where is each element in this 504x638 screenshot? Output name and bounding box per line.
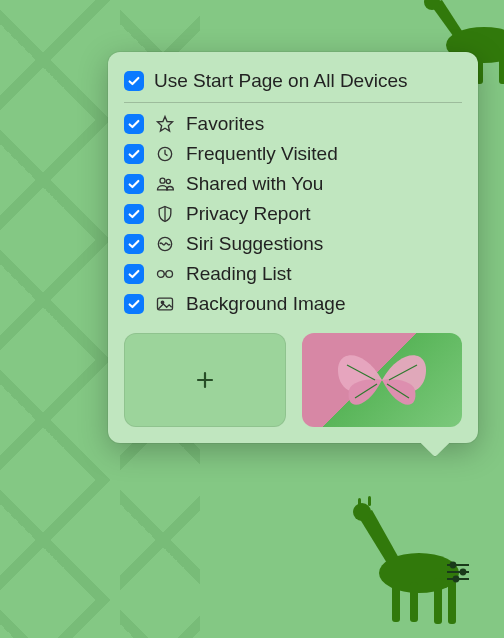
svg-point-16 xyxy=(166,179,170,183)
shared-with-you-label: Shared with You xyxy=(186,173,462,195)
star-icon xyxy=(154,114,176,134)
siri-suggestions-row[interactable]: Siri Suggestions xyxy=(124,229,462,259)
svg-point-27 xyxy=(454,577,459,582)
start-page-customize-popover: Use Start Page on All Devices Favorites … xyxy=(108,52,478,443)
background-thumbnails xyxy=(124,333,462,427)
svg-point-18 xyxy=(158,271,165,278)
svg-rect-8 xyxy=(410,582,418,622)
sliders-icon xyxy=(445,561,471,583)
background-image-label: Background Image xyxy=(186,293,462,315)
checkbox-checked-icon xyxy=(124,294,144,314)
svg-rect-3 xyxy=(499,48,504,84)
use-start-page-label: Use Start Page on All Devices xyxy=(154,70,462,92)
use-start-page-all-devices-row[interactable]: Use Start Page on All Devices xyxy=(124,66,462,103)
svg-rect-12 xyxy=(358,498,361,508)
shared-with-you-row[interactable]: Shared with You xyxy=(124,169,462,199)
favorites-label: Favorites xyxy=(186,113,462,135)
butterfly-wallpaper-icon xyxy=(327,340,437,420)
svg-point-25 xyxy=(461,570,466,575)
checkbox-checked-icon xyxy=(124,71,144,91)
background-image-row[interactable]: Background Image xyxy=(124,289,462,319)
image-icon xyxy=(154,294,176,314)
svg-point-11 xyxy=(353,503,371,521)
plus-icon xyxy=(193,368,217,392)
svg-point-19 xyxy=(166,271,173,278)
add-background-button[interactable] xyxy=(124,333,286,427)
svg-rect-7 xyxy=(392,580,400,622)
people-icon xyxy=(154,174,176,194)
checkbox-checked-icon xyxy=(124,144,144,164)
privacy-report-label: Privacy Report xyxy=(186,203,462,225)
svg-point-15 xyxy=(160,178,165,183)
reading-list-label: Reading List xyxy=(186,263,462,285)
svg-point-23 xyxy=(451,563,456,568)
customize-settings-button[interactable] xyxy=(436,550,480,594)
svg-rect-13 xyxy=(368,496,371,506)
checkbox-checked-icon xyxy=(124,234,144,254)
glasses-icon xyxy=(154,264,176,284)
clock-icon xyxy=(154,144,176,164)
background-preview-thumbnail[interactable] xyxy=(302,333,462,427)
frequently-visited-label: Frequently Visited xyxy=(186,143,462,165)
checkbox-checked-icon xyxy=(124,204,144,224)
privacy-report-row[interactable]: Privacy Report xyxy=(124,199,462,229)
favorites-row[interactable]: Favorites xyxy=(124,109,462,139)
frequently-visited-row[interactable]: Frequently Visited xyxy=(124,139,462,169)
siri-icon xyxy=(154,234,176,254)
checkbox-checked-icon xyxy=(124,114,144,134)
siri-suggestions-label: Siri Suggestions xyxy=(186,233,462,255)
reading-list-row[interactable]: Reading List xyxy=(124,259,462,289)
checkbox-checked-icon xyxy=(124,264,144,284)
checkbox-checked-icon xyxy=(124,174,144,194)
shield-icon xyxy=(154,204,176,224)
